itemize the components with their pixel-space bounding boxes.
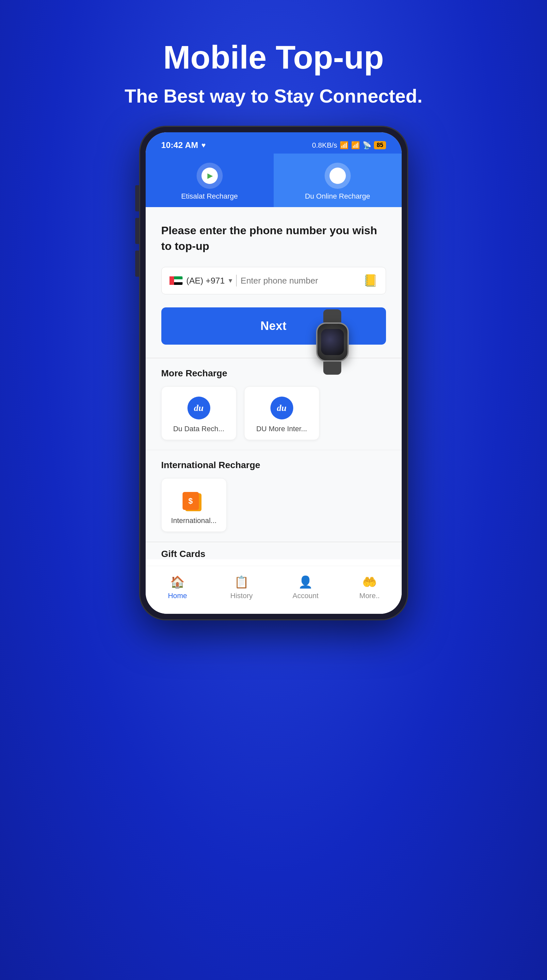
tab-etisalat[interactable]: Etisalat Recharge bbox=[146, 154, 274, 207]
phone-input-row[interactable]: (AE) +971 ▾ 📒 bbox=[161, 267, 386, 294]
phone-frame: 10:42 AM ♥ 0.8KB/s 📶 📶 📡 85 Etisal bbox=[140, 126, 407, 620]
dropdown-arrow-icon[interactable]: ▾ bbox=[229, 276, 232, 285]
history-icon: 📋 bbox=[234, 575, 249, 589]
heart-icon: ♥ bbox=[202, 141, 206, 150]
tab-du[interactable]: du Du Online Recharge bbox=[274, 154, 402, 207]
nav-account[interactable]: 👤 Account bbox=[274, 571, 338, 604]
du-more-intl-card[interactable]: du DU More Inter... bbox=[244, 387, 320, 440]
more-recharge-grid: du Du Data Rech... du DU More Inter... bbox=[161, 387, 386, 440]
intl-recharge-title: International Recharge bbox=[161, 450, 386, 478]
contacts-icon[interactable]: 📒 bbox=[363, 274, 378, 288]
gift-cards-section: Gift Cards bbox=[161, 542, 386, 559]
battery-icon: 85 bbox=[374, 141, 386, 149]
tabs-bar: Etisalat Recharge du Du Online Recharge bbox=[146, 154, 402, 207]
main-content: Please enter the phone number you wish t… bbox=[146, 207, 402, 559]
more-icon: 🤲 bbox=[362, 575, 377, 589]
nav-history[interactable]: 📋 History bbox=[210, 571, 274, 604]
watch-band-bottom bbox=[323, 362, 341, 375]
status-right: 0.8KB/s 📶 📶 📡 85 bbox=[312, 141, 386, 150]
du-data-logo: du bbox=[188, 396, 210, 420]
du-logo-text: du bbox=[333, 170, 343, 181]
phone-wrapper: 10:42 AM ♥ 0.8KB/s 📶 📶 📡 85 Etisal bbox=[140, 126, 407, 620]
nav-account-label: Account bbox=[293, 592, 319, 600]
status-time: 10:42 AM bbox=[161, 140, 198, 150]
du-data-label: Du Data Rech... bbox=[173, 425, 224, 433]
flag-red-bar bbox=[170, 276, 174, 285]
gift-cards-title: Gift Cards bbox=[161, 549, 386, 559]
du-logo: du bbox=[329, 167, 346, 184]
page-subtitle: The Best way to Stay Connected. bbox=[124, 85, 422, 107]
input-divider bbox=[236, 275, 237, 286]
nav-home-label: Home bbox=[168, 592, 187, 600]
page-title: Mobile Top-up bbox=[124, 39, 422, 75]
tab-etisalat-label: Etisalat Recharge bbox=[181, 192, 238, 200]
country-code-label: (AE) +971 bbox=[186, 276, 225, 286]
dollar-sign: $ bbox=[188, 496, 193, 506]
watch-band-top bbox=[323, 309, 341, 323]
intl-recharge-card[interactable]: $ International... bbox=[161, 478, 227, 532]
status-left: 10:42 AM ♥ bbox=[161, 140, 206, 150]
watch-body bbox=[316, 323, 349, 362]
smartwatch-decoration bbox=[316, 309, 349, 375]
bottom-nav: 🏠 Home 📋 History 👤 Account 🤲 More.. bbox=[146, 566, 402, 614]
wifi-icon: 📡 bbox=[363, 141, 371, 150]
account-icon: 👤 bbox=[298, 575, 313, 589]
nav-home[interactable]: 🏠 Home bbox=[146, 571, 210, 604]
etisalat-logo bbox=[202, 167, 218, 184]
intl-label: International... bbox=[171, 517, 216, 525]
status-bar: 10:42 AM ♥ 0.8KB/s 📶 📶 📡 85 bbox=[146, 132, 402, 154]
nav-history-label: History bbox=[230, 592, 253, 600]
intl-recharge-grid: $ International... bbox=[161, 478, 386, 532]
intl-icon-front: $ bbox=[183, 492, 199, 510]
more-recharge-title: More Recharge bbox=[161, 358, 386, 387]
phone-number-input[interactable] bbox=[241, 276, 359, 286]
etisalat-icon-circle bbox=[197, 163, 223, 189]
intl-spacer bbox=[234, 478, 386, 532]
signal-icon-2: 📶 bbox=[351, 141, 360, 150]
du-data-recharge-card[interactable]: du Du Data Rech... bbox=[161, 387, 237, 440]
du-intl-logo: du bbox=[270, 396, 293, 420]
du-more-intl-label: DU More Inter... bbox=[256, 425, 307, 433]
uae-flag bbox=[170, 276, 183, 285]
du-icon-circle: du bbox=[324, 163, 351, 189]
data-speed: 0.8KB/s bbox=[312, 141, 337, 150]
tab-du-label: Du Online Recharge bbox=[305, 192, 370, 200]
phone-screen: 10:42 AM ♥ 0.8KB/s 📶 📶 📡 85 Etisal bbox=[146, 132, 402, 614]
header-section: Mobile Top-up The Best way to Stay Conne… bbox=[124, 0, 422, 107]
watch-screen bbox=[321, 329, 344, 355]
nav-more-label: More.. bbox=[359, 592, 380, 600]
next-button[interactable]: Next bbox=[161, 307, 386, 345]
nav-more[interactable]: 🤲 More.. bbox=[338, 571, 402, 604]
home-icon: 🏠 bbox=[170, 575, 185, 589]
signal-icon: 📶 bbox=[340, 141, 348, 150]
instruction-text: Please enter the phone number you wish t… bbox=[161, 223, 386, 254]
grid-spacer bbox=[327, 387, 386, 440]
intl-icon: $ bbox=[183, 488, 205, 511]
